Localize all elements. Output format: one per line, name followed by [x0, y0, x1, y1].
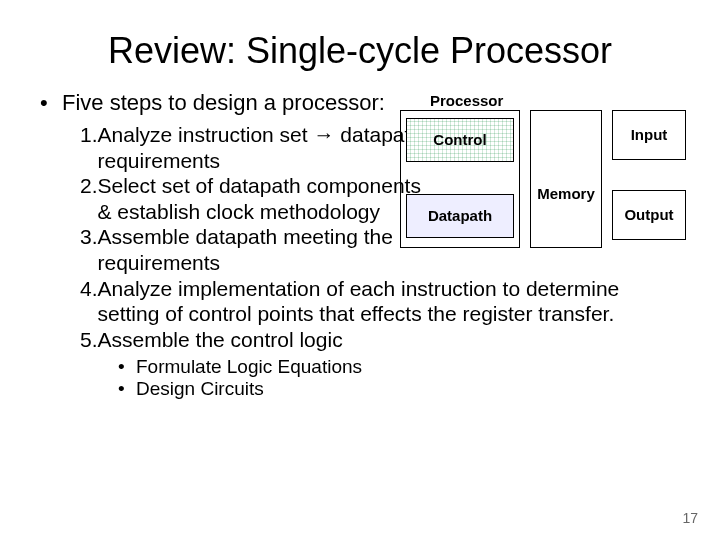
steps-list: 1. Analyze instruction set → datapath re…	[40, 122, 680, 352]
control-box: Control	[406, 118, 514, 162]
intro-text: Five steps to design a processor:	[62, 90, 385, 116]
input-box: Input	[612, 110, 686, 160]
step-text: Assemble datapath meeting the requiremen…	[98, 224, 438, 275]
page-number: 17	[682, 510, 698, 526]
step-num: 4.	[80, 276, 98, 327]
step-num: 1.	[80, 122, 98, 173]
slide-title: Review: Single-cycle Processor	[0, 0, 720, 90]
step-text: Select set of datapath components & esta…	[98, 173, 438, 224]
processor-label: Processor	[430, 92, 503, 110]
datapath-box: Datapath	[406, 194, 514, 238]
step-num: 3.	[80, 224, 98, 275]
step-num: 2.	[80, 173, 98, 224]
sub-text: Design Circuits	[136, 378, 264, 400]
bullet-dot: •	[118, 378, 136, 400]
sub-a: • Formulate Logic Equations	[118, 356, 680, 378]
memory-label: Memory	[537, 185, 595, 203]
sub-b: • Design Circuits	[118, 378, 680, 400]
step-text: Analyze implementation of each instructi…	[98, 276, 680, 327]
sub-text: Formulate Logic Equations	[136, 356, 362, 378]
sub-bullets: • Formulate Logic Equations • Design Cir…	[40, 356, 680, 400]
processor-diagram: Processor Control Datapath Memory Input …	[400, 92, 690, 252]
memory-box: Memory	[530, 110, 602, 248]
step-5: 5. Assemble the control logic	[80, 327, 680, 353]
bullet-dot: •	[40, 90, 62, 116]
step-text: Analyze instruction set → datapath requi…	[98, 122, 428, 173]
step-text: Assemble the control logic	[98, 327, 343, 353]
step-num: 5.	[80, 327, 98, 353]
step-4: 4. Analyze implementation of each instru…	[80, 276, 680, 327]
bullet-dot: •	[118, 356, 136, 378]
content-area: • Five steps to design a processor: 1. A…	[0, 90, 720, 400]
output-box: Output	[612, 190, 686, 240]
